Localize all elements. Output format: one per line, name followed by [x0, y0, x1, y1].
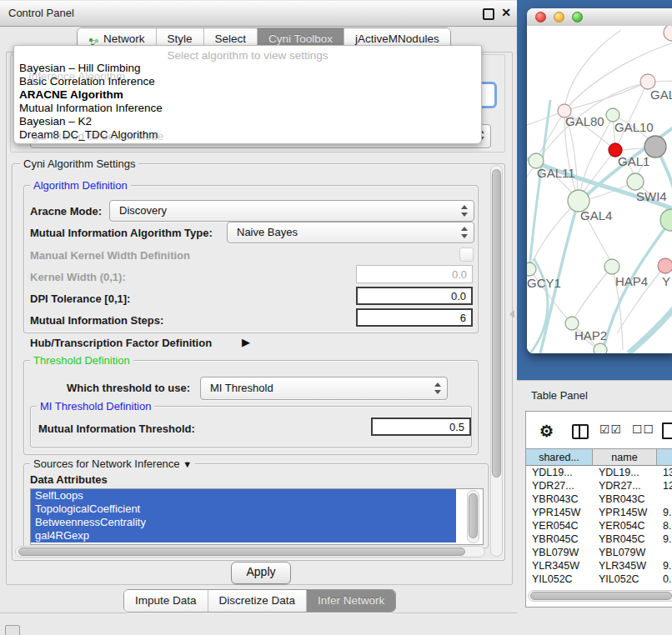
- table-cell: YER054C: [526, 519, 593, 532]
- data-attributes-list[interactable]: SelfLoopsTopologicalCoefficientBetweenne…: [30, 488, 484, 545]
- network-icon: [88, 34, 99, 45]
- tab-impute-data[interactable]: Impute Data: [124, 590, 208, 612]
- table-hscrollbar-thumb[interactable]: [530, 592, 672, 600]
- table-cell: YPR145W: [526, 506, 593, 519]
- unchecked-boxes-icon[interactable]: ☐☐: [632, 422, 654, 436]
- control-panel-title: Control Panel: [8, 7, 74, 19]
- network-node[interactable]: [627, 173, 644, 190]
- network-source-value-ghost: gal-filtered sif default node: [32, 130, 163, 142]
- network-node[interactable]: [664, 26, 672, 41]
- float-window-icon[interactable]: [483, 8, 494, 20]
- maximize-window-icon[interactable]: [572, 12, 583, 22]
- network-node-label: GAL10: [614, 120, 654, 134]
- data-attributes-label: Data Attributes: [30, 473, 108, 486]
- manual-kernel-label: Manual Kernel Width Definition: [30, 249, 190, 262]
- document-icon[interactable]: [662, 422, 672, 439]
- column-header[interactable]: shared...: [526, 448, 593, 466]
- mi-algorithm-type-combo[interactable]: Naive Bayes: [227, 222, 474, 243]
- expand-right-icon[interactable]: ▶: [242, 336, 250, 348]
- dropdown-item[interactable]: ARACNE Algorithm: [14, 88, 481, 102]
- settings-scrollbar[interactable]: [490, 165, 503, 557]
- dpi-tolerance-field[interactable]: [356, 287, 473, 305]
- combo-arrows-icon: [460, 226, 468, 239]
- network-node[interactable]: [658, 258, 672, 273]
- tab-infer-network[interactable]: Infer Network: [306, 590, 395, 612]
- manual-kernel-checkbox[interactable]: [459, 248, 474, 262]
- minimize-window-icon[interactable]: [554, 12, 564, 22]
- attribute-item[interactable]: BetweennessCentrality: [31, 516, 456, 529]
- table-cell: YBR045C: [593, 532, 657, 546]
- table-cell: YBR043C: [593, 492, 657, 506]
- network-node-label: GCY1: [527, 276, 561, 290]
- attribute-item[interactable]: gal4RGexp: [31, 529, 456, 542]
- settings-hscrollbar-thumb[interactable]: [18, 548, 465, 556]
- attr-list-scrollbar-thumb[interactable]: [469, 493, 478, 538]
- attribute-item[interactable]: TopologicalCoefficient: [31, 502, 456, 516]
- table-row[interactable]: YPR145WYPR145W9.: [526, 506, 672, 519]
- table-cell: YIL052C: [593, 572, 657, 586]
- mi-threshold-label: Mutual Information Threshold:: [38, 422, 195, 435]
- table-cell: 13: [657, 466, 672, 479]
- collapsed-panel-button[interactable]: [5, 625, 20, 635]
- aracne-mode-combo[interactable]: Discovery: [109, 200, 474, 222]
- attribute-item[interactable]: SelfLoops: [31, 489, 456, 502]
- cyni-settings-title: Cyni Algorithm Settings: [20, 158, 138, 170]
- network-node[interactable]: [594, 343, 607, 353]
- dropdown-item[interactable]: Bayesian – K2: [14, 115, 481, 128]
- settings-scrollbar-thumb[interactable]: [492, 169, 501, 478]
- table-row[interactable]: YIL052CYIL052C0.: [526, 572, 672, 586]
- mi-algorithm-type-label: Mutual Information Algorithm Type:: [30, 227, 213, 239]
- table-hscrollbar[interactable]: [528, 590, 672, 602]
- network-node[interactable]: [660, 209, 672, 231]
- table-container: ⚙ ☑☑ ☐☐ shared...nameA YDL19...YDL19...1…: [525, 411, 672, 608]
- close-window-icon[interactable]: [535, 12, 546, 22]
- table-cell: YDR27...: [593, 479, 657, 492]
- network-window-titlebar[interactable]: [527, 8, 672, 27]
- table-row[interactable]: YDL19...YDL19...13: [526, 466, 672, 479]
- collapse-down-icon[interactable]: ▼: [183, 459, 192, 469]
- table-row[interactable]: YLR345WYLR345W9.: [526, 559, 672, 572]
- table-cell: YLR345W: [593, 559, 657, 572]
- table-row[interactable]: YBR043CYBR043C: [526, 492, 672, 506]
- table-cell: YPR145W: [593, 506, 657, 519]
- column-header[interactable]: name: [593, 448, 657, 466]
- mi-steps-field[interactable]: [356, 308, 473, 327]
- settings-hscrollbar[interactable]: [15, 546, 485, 558]
- network-view[interactable]: GALGAL80GAL10GAL1GAL11SWI4GAL4HAP4YGCY1H…: [527, 26, 672, 353]
- gear-icon[interactable]: ⚙: [539, 422, 554, 441]
- apply-button[interactable]: Apply: [231, 562, 291, 584]
- desktop-background: GALGAL80GAL10GAL1GAL11SWI4GAL4HAP4YGCY1H…: [517, 0, 672, 380]
- panel-resize-handle[interactable]: [509, 310, 514, 318]
- checked-boxes-icon[interactable]: ☑☑: [599, 422, 622, 436]
- aracne-mode-label: Aracne Mode:: [30, 205, 102, 218]
- network-node-label: SWI4: [636, 189, 667, 203]
- which-threshold-label: Which threshold to use:: [67, 382, 190, 394]
- kernel-width-field[interactable]: [356, 265, 473, 283]
- column-header[interactable]: A: [657, 448, 672, 466]
- table-row[interactable]: YBL079WYBL079W: [526, 546, 672, 559]
- network-node[interactable]: [604, 259, 619, 274]
- attr-list-scrollbar[interactable]: [467, 490, 479, 543]
- network-node-label: GAL4: [580, 208, 612, 222]
- table-row[interactable]: YER054CYER054C8.: [526, 519, 672, 532]
- table-cell: 9.: [657, 532, 672, 546]
- table-row[interactable]: YDR27...YDR27...12: [526, 479, 672, 492]
- network-node-label: GAL11: [537, 166, 575, 180]
- close-icon[interactable]: ✕: [501, 6, 511, 19]
- split-columns-icon[interactable]: [572, 424, 589, 439]
- combo-arrows-icon: [434, 382, 441, 395]
- network-canvas[interactable]: GALGAL80GAL10GAL1GAL11SWI4GAL4HAP4YGCY1H…: [527, 26, 672, 353]
- sources-title-text: Sources for Network Inference: [33, 458, 180, 470]
- network-node[interactable]: [644, 136, 666, 158]
- which-threshold-combo[interactable]: MI Threshold: [200, 377, 448, 400]
- sources-group-title: Sources for Network Inference ▼: [30, 458, 195, 470]
- combo-arrows-icon: [460, 204, 468, 218]
- table-row[interactable]: YBR045CYBR045C9.: [526, 532, 672, 546]
- network-node[interactable]: [527, 262, 536, 276]
- dropdown-item[interactable]: Mutual Information Inference: [14, 102, 481, 115]
- mi-threshold-field[interactable]: [371, 418, 471, 436]
- table-cell: [657, 546, 672, 559]
- tab-discretize-data[interactable]: Discretize Data: [208, 590, 307, 612]
- control-panel: Control Panel ✕ NetworkStyleSelectCyni T…: [0, 0, 517, 613]
- table-panel: Table Panel ⚙ ☑☑ ☐☐ shared...nameA YDL19…: [517, 380, 672, 635]
